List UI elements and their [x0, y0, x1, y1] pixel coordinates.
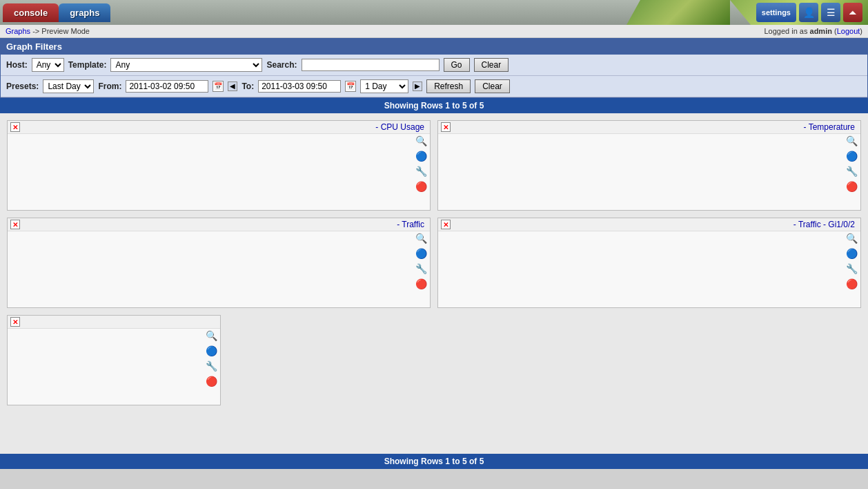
top-nav: console graphs settings 👤 ☰ ⏶	[0, 0, 868, 25]
graph-row-3: ✕ 🔍 🔵 🔧 🔴	[7, 315, 861, 405]
login-info: Logged in as admin (Logout)	[764, 27, 862, 35]
graph-cpu-zoom-icon[interactable]: 🔍	[415, 135, 427, 147]
from-prev-arrow[interactable]: ◀	[228, 82, 237, 91]
graph-temp-wrench-icon[interactable]: 🔧	[845, 165, 858, 178]
to-calendar-icon[interactable]: 📅	[345, 81, 356, 92]
breadcrumb-bar: Graphs -> Preview Mode Logged in as admi…	[0, 25, 868, 38]
graph-card-cpu: ✕ - CPU Usage 🔍 🔵 🔧 🔴	[7, 120, 431, 211]
logout-link[interactable]: Logout	[837, 27, 860, 35]
graph-temp-stop-icon[interactable]: 🔴	[845, 180, 858, 193]
console-tab[interactable]: console	[3, 3, 59, 22]
graph-temp-close-btn[interactable]: ✕	[441, 122, 451, 132]
breadcrumb-separator: ->	[32, 27, 39, 35]
graph-5-zoom-in-icon[interactable]: 🔵	[205, 345, 217, 357]
filters-row-2: Presets: Last Day From: 📅 ◀ To: 📅 1 Day …	[1, 76, 867, 97]
graphs-tab[interactable]: graphs	[59, 3, 110, 22]
refresh-button[interactable]: Refresh	[426, 79, 471, 93]
graph-card-traffic-gi-header: ✕ - Traffic - Gi1/0/2	[438, 218, 860, 231]
graph-5-wrench-icon[interactable]: 🔧	[205, 360, 217, 372]
graph-traffic-gi-zoom-in-icon[interactable]: 🔵	[845, 247, 858, 260]
graph-temp-title: - Temperature	[453, 122, 858, 132]
graph-cpu-close-btn[interactable]: ✕	[10, 122, 20, 132]
filters-row-1: Host: Any Template: Any Search: Go Clear	[1, 55, 867, 76]
breadcrumb-current: Preview Mode	[41, 27, 90, 35]
template-select[interactable]: Any	[110, 58, 262, 72]
graph-traffic-gi-body	[438, 231, 860, 307]
graph-cpu-body	[8, 134, 430, 210]
logged-in-user: admin	[810, 27, 832, 35]
graph-traffic-actions: 🔍 🔵 🔧 🔴	[415, 232, 427, 290]
graph-card-temp: ✕ - Temperature 🔍 🔵 🔧 🔴	[437, 120, 861, 211]
graph-traffic-gi-stop-icon[interactable]: 🔴	[845, 278, 858, 290]
graph-card-temp-header: ✕ - Temperature	[438, 121, 860, 134]
graph-traffic-gi-close-btn[interactable]: ✕	[441, 220, 451, 229]
graph-traffic-zoom-in-icon[interactable]: 🔵	[415, 247, 427, 260]
graph-traffic-gi-actions: 🔍 🔵 🔧 🔴	[845, 232, 858, 290]
from-label: From:	[98, 82, 121, 91]
graph-5-body	[8, 329, 220, 405]
user-icon[interactable]: 👤	[799, 3, 818, 22]
graph-traffic-body	[8, 231, 430, 307]
graph-cpu-stop-icon[interactable]: 🔴	[415, 180, 427, 193]
graph-cpu-zoom-in-icon[interactable]: 🔵	[415, 150, 427, 162]
breadcrumb: Graphs -> Preview Mode	[6, 27, 90, 35]
menu-icon[interactable]: ☰	[821, 3, 840, 22]
clear-button-2[interactable]: Clear	[475, 79, 510, 93]
graph-traffic-close-btn[interactable]: ✕	[10, 220, 20, 229]
from-calendar-icon[interactable]: 📅	[213, 81, 224, 92]
range-select[interactable]: 1 Day	[360, 79, 408, 93]
clear-button-1[interactable]: Clear	[474, 58, 509, 72]
main-content: ✕ - CPU Usage 🔍 🔵 🔧 🔴 ✕ - Temperature 🔍 …	[0, 113, 868, 454]
power-icon[interactable]: ⏶	[843, 3, 862, 22]
graph-5-zoom-icon[interactable]: 🔍	[205, 329, 217, 342]
graph-5-actions: 🔍 🔵 🔧 🔴	[205, 329, 217, 387]
graph-temp-zoom-in-icon[interactable]: 🔵	[845, 150, 858, 162]
graph-traffic-zoom-icon[interactable]: 🔍	[415, 232, 427, 245]
graph-temp-body	[438, 134, 860, 210]
graph-filters-section: Graph Filters Host: Any Template: Any Se…	[0, 38, 868, 98]
graph-temp-zoom-icon[interactable]: 🔍	[845, 135, 858, 147]
graph-traffic-wrench-icon[interactable]: 🔧	[415, 262, 427, 275]
status-bar-top: Showing Rows 1 to 5 of 5	[0, 98, 868, 113]
graph-traffic-stop-icon[interactable]: 🔴	[415, 278, 427, 290]
search-input[interactable]	[302, 59, 440, 71]
go-button[interactable]: Go	[444, 58, 470, 72]
graph-card-traffic-header: ✕ - Traffic	[8, 218, 430, 231]
to-label: To:	[241, 82, 254, 91]
graph-temp-actions: 🔍 🔵 🔧 🔴	[845, 135, 858, 193]
graph-card-5: ✕ 🔍 🔵 🔧 🔴	[7, 315, 221, 405]
graph-cpu-title: - CPU Usage	[23, 122, 427, 132]
graph-5-close-btn[interactable]: ✕	[10, 317, 20, 327]
graph-traffic-title: - Traffic	[23, 220, 427, 229]
to-input[interactable]	[258, 80, 341, 93]
status-bar-bottom: Showing Rows 1 to 5 of 5	[0, 454, 868, 469]
graph-traffic-gi-wrench-icon[interactable]: 🔧	[845, 262, 858, 275]
to-next-arrow[interactable]: ▶	[413, 82, 422, 91]
bottom-spacer	[7, 405, 861, 447]
graph-filters-title: Graph Filters	[1, 39, 867, 55]
presets-select[interactable]: Last Day	[43, 79, 94, 93]
template-label: Template:	[68, 60, 107, 70]
host-label: Host:	[6, 60, 28, 70]
breadcrumb-graphs-link[interactable]: Graphs	[6, 27, 30, 35]
host-select[interactable]: Any	[32, 58, 64, 72]
search-label: Search:	[266, 60, 297, 70]
graph-traffic-gi-zoom-icon[interactable]: 🔍	[845, 232, 858, 245]
nav-right-icons: settings 👤 ☰ ⏶	[756, 3, 862, 22]
graph-cpu-wrench-icon[interactable]: 🔧	[415, 165, 427, 178]
presets-label: Presets:	[6, 82, 39, 91]
graph-card-traffic: ✕ - Traffic 🔍 🔵 🔧 🔴	[7, 218, 431, 308]
graph-grid: ✕ - CPU Usage 🔍 🔵 🔧 🔴 ✕ - Temperature 🔍 …	[7, 120, 861, 308]
graph-card-5-header: ✕	[8, 316, 220, 329]
graph-cpu-actions: 🔍 🔵 🔧 🔴	[415, 135, 427, 193]
graph-card-traffic-gi: ✕ - Traffic - Gi1/0/2 🔍 🔵 🔧 🔴	[437, 218, 861, 308]
settings-button[interactable]: settings	[756, 3, 796, 22]
graph-traffic-gi-title: - Traffic - Gi1/0/2	[453, 220, 858, 229]
graph-5-stop-icon[interactable]: 🔴	[205, 375, 217, 387]
graph-card-cpu-header: ✕ - CPU Usage	[8, 121, 430, 134]
from-input[interactable]	[126, 80, 208, 93]
